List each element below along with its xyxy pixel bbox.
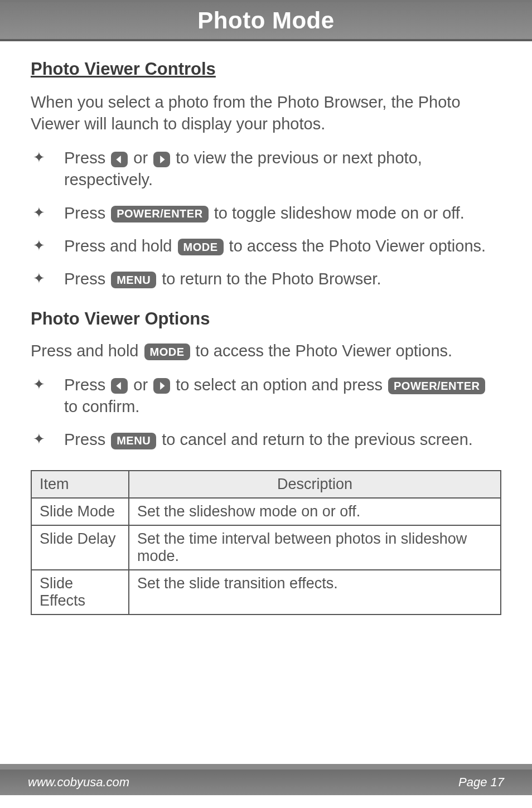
footer-url: www.cobyusa.com	[28, 775, 129, 790]
options-table: Item Description Slide Mode Set the slid…	[31, 470, 501, 615]
section-title-options: Photo Viewer Options	[31, 309, 501, 329]
table-header-description: Description	[129, 471, 501, 498]
page-footer: www.cobyusa.com Page 17	[0, 770, 532, 795]
section2-intro: Press and hold MODE to access the Photo …	[31, 340, 501, 362]
bullet-icon: ✦	[31, 268, 45, 288]
controls-list: ✦ Press or to view the previous or next …	[31, 147, 501, 290]
text-fragment: Press	[64, 430, 110, 448]
table-row: Slide Delay Set the time interval betwee…	[31, 525, 501, 570]
page-content: Photo Viewer Controls When you select a …	[0, 41, 532, 615]
right-key-icon	[153, 378, 170, 394]
list-item: ✦ Press or to view the previous or next …	[31, 147, 501, 191]
table-cell-item: Slide Delay	[31, 525, 129, 570]
list-text: Press or to select an option and press P…	[64, 374, 501, 418]
mode-key-icon: MODE	[144, 343, 190, 360]
text-fragment: to access the Photo Viewer options.	[229, 237, 486, 255]
table-cell-desc: Set the time interval between photos in …	[129, 525, 501, 570]
left-key-icon	[111, 378, 128, 394]
left-key-icon	[111, 152, 128, 167]
power-enter-key-icon: POWER/ENTER	[388, 378, 485, 394]
text-fragment: to toggle slideshow mode on or off.	[214, 204, 465, 222]
footer-divider	[0, 764, 532, 770]
text-fragment: Press	[64, 204, 110, 222]
page-title: Photo Mode	[197, 7, 334, 34]
table-header-item: Item	[31, 471, 129, 498]
text-fragment: Press	[64, 376, 110, 394]
text-fragment: or	[133, 149, 152, 167]
options-list: ✦ Press or to select an option and press…	[31, 374, 501, 451]
bullet-icon: ✦	[31, 429, 45, 449]
list-text: Press POWER/ENTER to toggle slideshow mo…	[64, 202, 465, 224]
list-item: ✦ Press MENU to cancel and return to the…	[31, 429, 501, 451]
table-header-row: Item Description	[31, 471, 501, 498]
power-enter-key-icon: POWER/ENTER	[111, 206, 208, 222]
bullet-icon: ✦	[31, 235, 45, 255]
right-key-icon	[153, 152, 170, 167]
text-fragment: Press	[64, 149, 110, 167]
table-cell-item: Slide Mode	[31, 498, 129, 525]
mode-key-icon: MODE	[178, 239, 224, 255]
menu-key-icon: MENU	[111, 433, 156, 449]
text-fragment: to access the Photo Viewer options.	[196, 342, 453, 360]
list-item: ✦ Press MENU to return to the Photo Brow…	[31, 268, 501, 290]
table-cell-desc: Set the slideshow mode on or off.	[129, 498, 501, 525]
table-cell-item: Slide Effects	[31, 570, 129, 615]
list-item: ✦ Press and hold MODE to access the Phot…	[31, 235, 501, 257]
section1-intro: When you select a photo from the Photo B…	[31, 91, 501, 135]
text-fragment: to return to the Photo Browser.	[162, 270, 381, 288]
footer-page-number: Page 17	[458, 775, 504, 790]
list-text: Press or to view the previous or next ph…	[64, 147, 501, 191]
text-fragment: Press and hold	[64, 237, 177, 255]
list-text: Press MENU to cancel and return to the p…	[64, 429, 473, 451]
table-cell-desc: Set the slide transition effects.	[129, 570, 501, 615]
bullet-icon: ✦	[31, 374, 45, 394]
menu-key-icon: MENU	[111, 272, 156, 288]
list-item: ✦ Press or to select an option and press…	[31, 374, 501, 418]
text-fragment: Press	[64, 270, 110, 288]
list-text: Press MENU to return to the Photo Browse…	[64, 268, 381, 290]
text-fragment: to confirm.	[64, 398, 139, 415]
page-header: Photo Mode	[0, 2, 532, 41]
text-fragment: Press and hold	[31, 342, 143, 360]
text-fragment: or	[133, 376, 152, 394]
bullet-icon: ✦	[31, 147, 45, 167]
section-title-controls: Photo Viewer Controls	[31, 59, 501, 79]
bullet-icon: ✦	[31, 202, 45, 222]
table-row: Slide Mode Set the slideshow mode on or …	[31, 498, 501, 525]
table-row: Slide Effects Set the slide transition e…	[31, 570, 501, 615]
list-text: Press and hold MODE to access the Photo …	[64, 235, 486, 257]
text-fragment: to select an option and press	[176, 376, 387, 394]
list-item: ✦ Press POWER/ENTER to toggle slideshow …	[31, 202, 501, 224]
text-fragment: to cancel and return to the previous scr…	[162, 430, 473, 448]
